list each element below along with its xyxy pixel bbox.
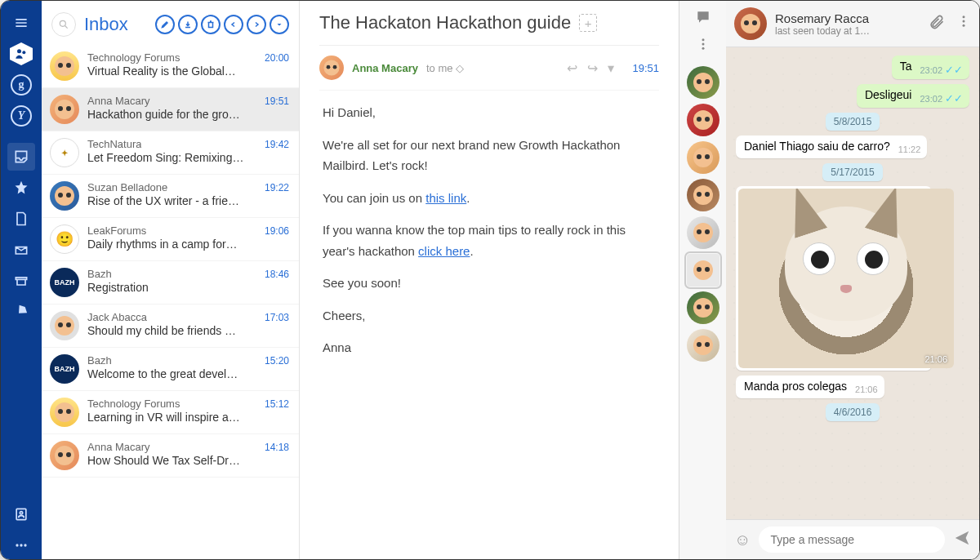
- email-list-panel: Inbox Technology Forums20:00Virtual Real…: [42, 1, 300, 559]
- dropdown-button[interactable]: [270, 15, 289, 34]
- email-row[interactable]: ✦TechNatura19:42Let Freedom Sing: Remixi…: [42, 131, 299, 175]
- email-subject: Registration: [87, 281, 289, 294]
- chat-contact-avatar[interactable]: [687, 291, 719, 324]
- email-from: Anna Macary: [352, 62, 418, 74]
- email-time: 19:22: [265, 182, 289, 193]
- email-time: 19:51: [265, 96, 289, 107]
- chat-contact-avatar[interactable]: [687, 329, 719, 362]
- chat-contact-avatar[interactable]: [687, 104, 719, 136]
- svg-point-8: [20, 544, 22, 546]
- chat-contact-status: last seen today at 1…: [775, 25, 870, 37]
- email-row[interactable]: Anna Macary19:51Hackathon guide for the …: [42, 88, 299, 131]
- chat-body[interactable]: Ta23:02✓✓ Desligeui23:02✓✓ 5/8/2015 Dani…: [726, 47, 979, 519]
- reply-icon[interactable]: ↩: [567, 60, 577, 76]
- compose-button[interactable]: [155, 15, 175, 34]
- chat-message-out: Desligeui23:02✓✓: [857, 84, 969, 108]
- google-account-icon[interactable]: g: [7, 71, 35, 99]
- chat-input[interactable]: [759, 527, 945, 553]
- chat-contact-avatar[interactable]: [687, 216, 719, 249]
- chat-date-separator: 5/8/2015: [826, 113, 880, 131]
- email-row[interactable]: BAZHBazh18:46Registration: [42, 261, 299, 304]
- email-body: Hi Daniel, We're all set for our next br…: [319, 91, 659, 381]
- tags-tab-icon[interactable]: [7, 298, 35, 326]
- svg-point-7: [16, 544, 18, 546]
- email-avatar: ✦: [50, 138, 79, 167]
- email-time: 18:46: [265, 269, 289, 280]
- chat-contact-avatar-selected[interactable]: [687, 254, 719, 287]
- send-icon[interactable]: [953, 529, 971, 550]
- sent-tab-icon[interactable]: [7, 236, 35, 264]
- contacts-icon[interactable]: [7, 500, 35, 528]
- inbox-tab-icon[interactable]: [7, 143, 35, 171]
- chat-header-avatar[interactable]: [734, 7, 767, 40]
- email-sender: LeakForums: [87, 224, 146, 237]
- email-row[interactable]: BAZHBazh15:20Welcome to the great devel…: [42, 348, 299, 391]
- chat-app-icon[interactable]: [695, 9, 711, 29]
- email-time: 17:03: [265, 312, 289, 323]
- svg-line-11: [65, 26, 68, 29]
- email-row[interactable]: Technology Forums20:00Virtual Reality is…: [42, 45, 299, 88]
- tips-link[interactable]: click here: [418, 244, 470, 258]
- email-subject: Learning in VR will inspire a…: [87, 411, 289, 424]
- archive-tab-icon[interactable]: [7, 267, 35, 295]
- email-row[interactable]: Anna Macary14:18How Should We Tax Self-D…: [42, 434, 299, 478]
- chat-message-image[interactable]: 21:06: [736, 186, 932, 371]
- more-actions-icon[interactable]: ▾: [608, 60, 614, 76]
- svg-point-16: [963, 20, 965, 23]
- svg-point-9: [24, 544, 26, 546]
- email-list-header: Inbox: [42, 1, 299, 45]
- email-avatar: [50, 441, 79, 470]
- email-subject: Daily rhythms in a camp for…: [87, 238, 289, 251]
- email-time: 19:06: [265, 225, 289, 237]
- svg-point-13: [702, 43, 704, 46]
- email-time: 20:00: [265, 52, 289, 64]
- chat-message-in: Daniel Thiago saiu de carro?11:22: [736, 136, 927, 158]
- starred-tab-icon[interactable]: [7, 174, 35, 202]
- email-subject: Rise of the UX writer - a frie…: [87, 194, 289, 207]
- email-subject: How Should We Tax Self-Dr…: [87, 454, 289, 467]
- chat-message-out: Ta23:02✓✓: [892, 56, 969, 79]
- drafts-tab-icon[interactable]: [7, 205, 35, 233]
- svg-point-14: [702, 47, 704, 50]
- archive-button[interactable]: [178, 15, 198, 34]
- email-row[interactable]: 🙂LeakForums19:06Daily rhythms in a camp …: [42, 218, 299, 261]
- chat-more-icon[interactable]: [956, 14, 971, 33]
- reply-button[interactable]: [224, 15, 243, 34]
- email-subject: Hackathon guide for the gro…: [87, 108, 289, 121]
- chat-menu-icon[interactable]: [696, 37, 710, 55]
- emoji-icon[interactable]: ☺: [734, 531, 751, 549]
- email-avatar: [50, 95, 79, 124]
- account-hex-icon[interactable]: [7, 40, 35, 68]
- svg-point-12: [702, 38, 704, 41]
- search-button[interactable]: [51, 12, 76, 37]
- email-sender: Bazh: [87, 268, 112, 280]
- chat-contact-avatar[interactable]: [687, 179, 719, 211]
- email-sender: Anna Macary: [87, 441, 150, 453]
- email-row[interactable]: Suzan Belladone19:22Rise of the UX write…: [42, 175, 299, 218]
- email-avatar: [50, 311, 79, 340]
- chat-contact-avatar[interactable]: [687, 141, 719, 174]
- email-sender: Jack Abacca: [87, 311, 147, 323]
- email-subject: Virtual Reality is the Global…: [87, 64, 289, 78]
- join-link[interactable]: this link: [425, 191, 466, 205]
- more-icon[interactable]: [7, 531, 35, 559]
- email-row[interactable]: Jack Abacca17:03Should my child be frien…: [42, 304, 299, 348]
- chat-header: Rosemary Racca last seen today at 1…: [726, 1, 979, 47]
- chat-contact-avatar[interactable]: [687, 66, 719, 99]
- chat-input-bar: ☺: [726, 519, 979, 559]
- delete-button[interactable]: [201, 15, 220, 34]
- email-sender: Technology Forums: [87, 51, 180, 64]
- svg-point-6: [20, 512, 22, 514]
- app-window: g Y Inbox Technology Forums20:00Virtual …: [0, 0, 980, 560]
- image-time: 21:06: [924, 354, 947, 364]
- email-row[interactable]: Technology Forums15:12Learning in VR wil…: [42, 391, 299, 434]
- attach-icon[interactable]: [929, 14, 945, 33]
- email-time: 19:51: [632, 62, 659, 74]
- email-list-body[interactable]: Technology Forums20:00Virtual Reality is…: [42, 45, 299, 559]
- forward-button[interactable]: [247, 15, 266, 34]
- email-reader: The Hackaton Hackathon guide + Anna Maca…: [300, 1, 679, 559]
- yahoo-account-icon[interactable]: Y: [7, 102, 35, 130]
- forward-icon[interactable]: ↪: [587, 60, 598, 76]
- add-tag-button[interactable]: +: [579, 14, 597, 32]
- hamburger-icon[interactable]: [7, 9, 35, 37]
